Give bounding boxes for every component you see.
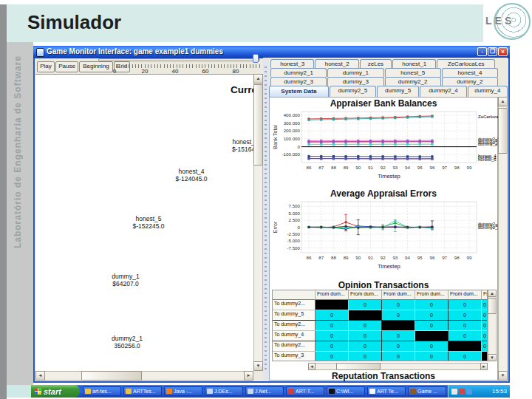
tab-dummy2_5[interactable]: dummy2_5: [330, 86, 376, 97]
tab-dummy_5[interactable]: dummy_5: [377, 86, 419, 97]
timeline-slider-thumb[interactable]: [253, 54, 259, 63]
les-logo: LES: [483, 0, 532, 42]
app-icon: [248, 389, 253, 394]
tab-dummy_2[interactable]: dummy_2: [442, 77, 498, 86]
table-cell: 0: [482, 300, 488, 310]
table-column-header: From dum...: [415, 290, 449, 300]
volume-icon[interactable]: [451, 389, 457, 395]
svg-text:0: 0: [298, 144, 301, 149]
svg-text:93: 93: [392, 165, 398, 170]
svg-text:300.000: 300.000: [284, 120, 301, 126]
restore-button[interactable]: ❐: [488, 47, 497, 56]
table-cell: [349, 310, 382, 321]
agent-name: honest_3: [219, 138, 253, 146]
svg-text:88: 88: [331, 165, 336, 170]
tab-honest_1[interactable]: honest_1: [392, 59, 436, 68]
svg-text:92: 92: [381, 255, 386, 260]
svg-text:honest_5: honest_5: [478, 157, 497, 162]
table-cell: 0: [482, 341, 488, 352]
table-cell: 0: [316, 331, 349, 341]
tab-dummy2_1[interactable]: dummy2_1: [270, 68, 327, 77]
canvas-vscroll-thumb[interactable]: [253, 84, 263, 166]
svg-text:Error: Error: [273, 221, 278, 233]
scroll-down-icon[interactable]: ▼: [498, 371, 508, 381]
table-corner-cell: [273, 290, 316, 300]
pane-splitter[interactable]: [263, 58, 269, 381]
taskbar-button[interactable]: ARTTes...: [123, 386, 162, 396]
scroll-up-icon[interactable]: ▲: [253, 74, 263, 83]
taskbar-button-label: Game ...: [417, 389, 437, 394]
tab-zecarlocales[interactable]: ZeCarlocaLes: [437, 59, 495, 68]
table-cell: 0: [382, 341, 415, 352]
svg-text:dummy2_2: dummy2_2: [478, 225, 498, 230]
minimize-button[interactable]: -: [477, 47, 487, 56]
svg-text:96: 96: [429, 255, 434, 260]
table-cell: 0: [382, 352, 415, 361]
table-cell: 0: [482, 331, 488, 341]
svg-text:87: 87: [318, 255, 324, 260]
scroll-down-icon[interactable]: ▼: [488, 354, 497, 361]
tab-dummy2_4[interactable]: dummy2_4: [420, 86, 466, 97]
table-cell: 0: [316, 321, 349, 331]
taskbar-button[interactable]: C:\WI...: [327, 386, 365, 396]
scroll-down-icon[interactable]: ▼: [253, 361, 263, 371]
taskbar-button[interactable]: Game ...: [408, 386, 446, 396]
tab-honest_5[interactable]: honest_5: [385, 68, 441, 77]
toolbar-button-pause[interactable]: Pause: [55, 61, 78, 72]
slide-header-band: Simulador: [7, 4, 485, 42]
taskbar-button[interactable]: art-tes...: [83, 386, 121, 396]
charts-vscroll-thumb[interactable]: [498, 108, 508, 154]
svg-text:86: 86: [307, 165, 312, 170]
canvas-hscroll-thumb[interactable]: [81, 371, 142, 381]
opinion-vscroll-thumb[interactable]: [488, 298, 497, 314]
java-app-icon: [36, 48, 44, 57]
scroll-left-icon[interactable]: ◄: [308, 363, 316, 370]
tab-dummy_1[interactable]: dummy_1: [327, 68, 383, 77]
scroll-right-icon[interactable]: ►: [244, 371, 253, 381]
tab-zeles[interactable]: zeLes: [360, 59, 392, 68]
scroll-up-icon[interactable]: ▲: [498, 97, 508, 106]
tab-dummy2_2[interactable]: dummy2_2: [385, 77, 441, 86]
toolbar-button-play[interactable]: Play: [37, 61, 55, 72]
tab-honest_2[interactable]: honest_2: [315, 59, 358, 68]
start-label: start: [44, 387, 61, 396]
taskbar-button[interactable]: ART-T...: [286, 386, 324, 396]
tab-dummy2_3[interactable]: dummy2_3: [270, 77, 327, 86]
svg-text:-2.500: -2.500: [287, 231, 300, 236]
shield-icon[interactable]: [459, 389, 465, 395]
start-button[interactable]: start: [31, 385, 80, 398]
table-cell: 0: [415, 300, 449, 310]
tab-honest_3[interactable]: honest_3: [270, 59, 314, 68]
scroll-right-icon[interactable]: ►: [480, 363, 488, 370]
svg-text:91: 91: [368, 165, 373, 170]
svg-text:200.000: 200.000: [284, 128, 301, 133]
table-cell: 0: [482, 321, 488, 331]
tab-system-data[interactable]: System Data: [269, 86, 329, 97]
scroll-up-icon[interactable]: ▲: [488, 290, 497, 297]
table-row-header: To dummy2...: [273, 341, 316, 352]
flag-yellow: [38, 392, 41, 395]
sidebar-vertical-text: Laboratório de Engenharia de Software: [13, 55, 23, 248]
table-row-header: To dummy_3: [273, 352, 316, 361]
agents-canvas: Curre honest_3$-151645honest_4$-124045.0…: [35, 74, 253, 371]
opinion-hscroll-thumb[interactable]: [336, 363, 381, 370]
timeline-slider-track[interactable]: [98, 58, 260, 61]
taskbar-button[interactable]: J.Net...: [245, 386, 284, 396]
taskbar-button[interactable]: ART Te...: [367, 386, 406, 396]
svg-text:99: 99: [467, 165, 472, 170]
network-icon[interactable]: [466, 389, 472, 395]
tab-dummy_4[interactable]: dummy_4: [468, 86, 508, 97]
tab-dummy_3[interactable]: dummy_3: [327, 77, 383, 86]
svg-text:93: 93: [392, 255, 398, 260]
close-button[interactable]: x: [498, 47, 508, 56]
taskbar-button-label: Java -...: [174, 389, 192, 394]
coffee-icon: [410, 389, 416, 394]
taskbar-button[interactable]: Java -...: [164, 386, 202, 396]
taskbar-button[interactable]: J.DEs...: [205, 386, 243, 396]
canvas-hscroll-track[interactable]: [35, 371, 253, 381]
scroll-left-icon[interactable]: ◄: [35, 371, 45, 381]
opinion-hscroll-track[interactable]: [308, 363, 488, 370]
svg-text:88: 88: [331, 255, 336, 260]
table-cell: 0: [316, 352, 349, 361]
tab-honest_4[interactable]: honest_4: [442, 68, 498, 77]
